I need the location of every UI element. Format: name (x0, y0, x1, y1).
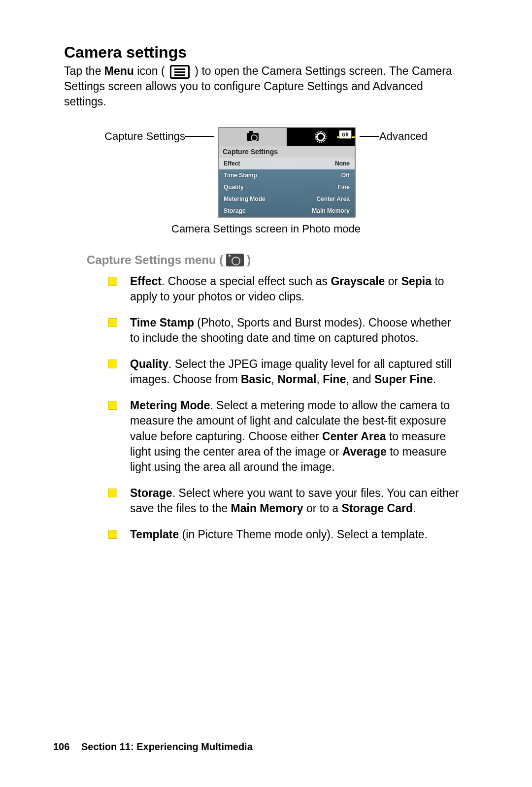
list-item-term: Center Area (322, 430, 386, 443)
figure-wrap: Capture Settings ok Capture Settings Eff… (64, 127, 468, 218)
list-item: Storage. Select where you want to save y… (108, 486, 463, 516)
list-item-term: Super Fine (374, 373, 433, 386)
callout-left-text: Capture Settings (104, 130, 185, 143)
settings-row-value: Off (341, 172, 350, 179)
camera-settings-screenshot: ok Capture Settings EffectNoneTime Stamp… (218, 127, 356, 218)
list-item-term: Time Stamp (130, 316, 194, 329)
list-item-term: Sepia (401, 275, 432, 288)
list-item-term: Effect (130, 275, 162, 288)
list-item-text: , (316, 373, 323, 386)
list-item: Effect. Choose a special effect such as … (108, 274, 463, 304)
list-item-term: Average (342, 445, 387, 458)
list-item-text: . (433, 373, 436, 386)
list-item-text: or (385, 275, 401, 288)
settings-row-value: Main Memory (312, 207, 350, 214)
settings-row-value: Center Area (316, 196, 350, 202)
tab-capture-settings[interactable] (219, 128, 287, 146)
settings-row-label: Time Stamp (224, 172, 257, 179)
bullet-list: Effect. Choose a special effect such as … (108, 274, 463, 542)
subheading-pre: Capture Settings menu ( (87, 253, 223, 267)
page-heading: Camera settings (64, 43, 468, 62)
camera-icon (247, 133, 259, 141)
list-item: Time Stamp (Photo, Sports and Burst mode… (108, 315, 463, 346)
list-item-term: Grayscale (331, 275, 385, 288)
list-item-text: . Choose a special effect such as (162, 275, 331, 288)
camera-icon (226, 254, 244, 266)
callout-right-text: Advanced (379, 130, 428, 143)
figure-caption: Camera Settings screen in Photo mode (64, 223, 468, 235)
subheading-post: ) (247, 253, 251, 267)
callout-right: Advanced (360, 127, 428, 143)
settings-row[interactable]: Time StampOff (219, 169, 355, 181)
list-item-term: Main Memory (231, 502, 303, 515)
subheading: Capture Settings menu ( ) (87, 253, 468, 267)
list-item-term: Metering Mode (130, 399, 210, 412)
list-item-text: or to a (303, 502, 342, 515)
callout-line-left (185, 136, 214, 137)
list-item-term: Normal (277, 373, 316, 386)
section-title: Section 11: Experiencing Multimedia (81, 741, 253, 752)
screenshot-rows: EffectNoneTime StampOffQualityFineMeteri… (219, 158, 355, 217)
settings-row[interactable]: EffectNone (219, 158, 355, 169)
menu-icon (170, 65, 190, 79)
list-item-text: , and (346, 373, 374, 386)
list-item-term: Basic (241, 373, 271, 386)
settings-row[interactable]: Metering ModeCenter Area (219, 193, 355, 205)
callout-line-right (360, 136, 379, 137)
settings-row-label: Quality (224, 184, 244, 191)
settings-row-value: Fine (337, 184, 350, 191)
list-item-term: Storage (130, 487, 172, 499)
settings-row-value: None (335, 160, 350, 167)
ok-button[interactable]: ok (339, 130, 352, 139)
page-footer: 106 Section 11: Experiencing Multimedia (53, 741, 253, 753)
list-item-text: , (271, 373, 277, 386)
intro-bold-menu: Menu (104, 65, 134, 77)
settings-row[interactable]: StorageMain Memory (219, 205, 355, 217)
list-item-term: Fine (323, 373, 346, 386)
intro-paragraph: Tap the Menu icon ( ) to open the Camera… (64, 64, 468, 109)
page-number: 106 (53, 741, 69, 752)
list-item-text: (in Picture Theme mode only). Select a t… (179, 528, 428, 541)
list-item: Quality. Select the JPEG image quality l… (108, 357, 463, 387)
gear-icon (316, 132, 325, 141)
list-item-text: . (413, 502, 416, 515)
screenshot-title: Capture Settings (219, 146, 355, 158)
list-item: Template (in Picture Theme mode only). S… (108, 527, 463, 542)
settings-row-label: Effect (224, 160, 240, 167)
list-item-term: Quality (130, 358, 168, 370)
list-item-term: Storage Card (342, 502, 413, 515)
settings-row[interactable]: QualityFine (219, 181, 355, 193)
screenshot-tabs: ok (219, 128, 355, 146)
callout-left: Capture Settings (104, 127, 214, 143)
settings-row-label: Metering Mode (224, 196, 266, 202)
intro-mid1: icon ( (134, 65, 168, 77)
list-item: Metering Mode. Select a metering mode to… (108, 398, 463, 474)
intro-pre: Tap the (64, 65, 104, 77)
settings-row-label: Storage (224, 207, 246, 214)
list-item-term: Template (130, 528, 179, 541)
